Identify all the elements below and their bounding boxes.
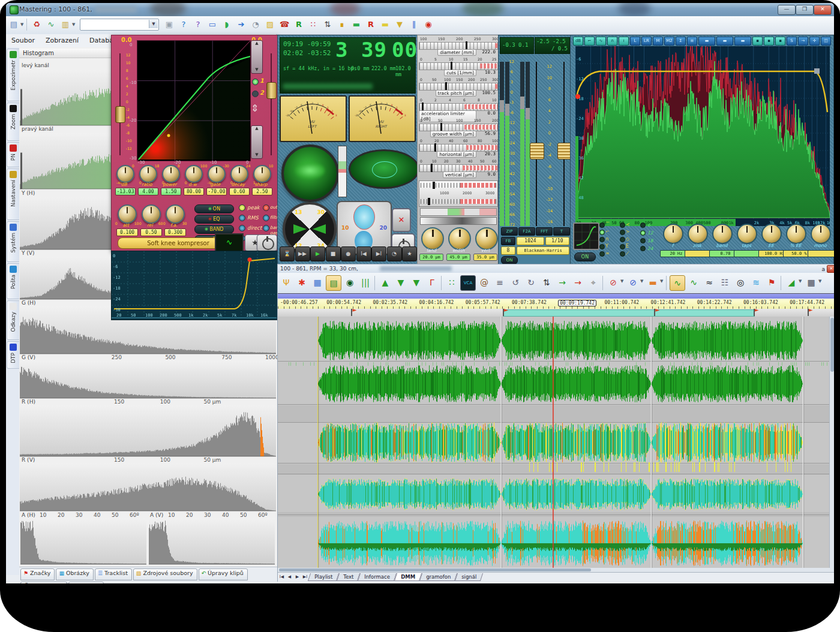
fir-filter-curve[interactable] — [112, 251, 277, 318]
knob-dB[interactable] — [116, 165, 134, 183]
tab-tracklist[interactable]: ☰Tracklist — [95, 568, 132, 580]
record-red-icon[interactable]: R — [364, 18, 377, 31]
slope-led[interactable] — [599, 222, 605, 228]
spectrum-button-4[interactable]: ≀ — [619, 37, 629, 46]
spectrum-button-11[interactable]: ▬ — [698, 37, 715, 46]
slope-led[interactable] — [640, 230, 646, 236]
tab-playlist[interactable]: Playlist — [308, 573, 339, 581]
marker-flag[interactable] — [352, 309, 356, 314]
spectrum-button-6[interactable]: LR — [641, 37, 652, 46]
screen-icon[interactable]: ▭ — [206, 18, 219, 31]
cutter-knob-width[interactable] — [448, 227, 471, 250]
cutter-knob-vert[interactable] — [475, 227, 498, 250]
spectrum-button-16[interactable]: ▪ — [775, 37, 785, 46]
gauge-button[interactable]: ◔ — [387, 246, 402, 261]
slope-led[interactable] — [620, 230, 625, 235]
save-icon[interactable]: ▦ — [310, 275, 325, 290]
phone-icon[interactable]: ☎ — [278, 18, 291, 31]
tab-signl[interactable]: signál — [455, 573, 483, 581]
marker-post[interactable] — [351, 309, 352, 316]
marker-post[interactable] — [503, 309, 504, 316]
cutter-knob-land[interactable] — [421, 227, 444, 250]
prev-button[interactable]: Ι◀ — [356, 246, 371, 261]
slope-led[interactable] — [620, 237, 625, 242]
comment-icon[interactable]: ◗ — [220, 18, 233, 31]
sidebar-tab-pn[interactable]: PN — [7, 142, 20, 167]
turntable-icon[interactable]: ◎ — [733, 275, 748, 290]
spectrum-knob-taps[interactable] — [737, 224, 757, 244]
burst-icon[interactable]: ✱ — [295, 275, 309, 290]
stop-button[interactable]: ■ — [326, 246, 341, 261]
spectrum-button-14[interactable]: ▪ — [752, 37, 763, 46]
tab-znaky[interactable]: ⚑Značky — [20, 568, 55, 580]
knob-gate[interactable] — [208, 165, 226, 183]
slope-led[interactable] — [640, 246, 646, 251]
tab-historie[interactable]: ◔Historie — [68, 582, 104, 583]
spectrum-knob-zisk[interactable] — [688, 224, 708, 244]
mode-button-band[interactable]: BAND — [194, 225, 234, 234]
chevron-down-icon[interactable]: ▼ — [818, 273, 823, 290]
next-button[interactable]: ▶Ι — [371, 246, 386, 261]
slider-handle[interactable] — [422, 103, 424, 111]
tab-obrzky[interactable]: ▦Obrázky — [56, 568, 94, 580]
slope-led[interactable] — [599, 244, 605, 249]
spectrum-button-3[interactable]: ∩ — [607, 37, 617, 46]
marker-flag[interactable] — [809, 309, 813, 314]
wifi-icon[interactable]: ≋ — [749, 275, 763, 290]
sidebar-tab-expozimetr[interactable]: Expozimetr — [7, 49, 20, 101]
tab-nav-2[interactable]: ▶ — [293, 573, 301, 581]
spectrum-display[interactable] — [575, 46, 830, 226]
chevron-down-icon[interactable]: ▼ — [20, 16, 25, 33]
mute-blue-icon[interactable]: ⊘ — [626, 275, 640, 290]
tab-histogram[interactable]: ▟Histogram — [20, 582, 67, 583]
redo-icon[interactable]: ↻ — [524, 275, 538, 290]
slider-handle[interactable] — [466, 41, 467, 50]
record-button[interactable]: ● — [341, 246, 356, 261]
tab-dmm[interactable]: DMM — [394, 573, 422, 581]
spectrum-button-17[interactable]: S — [787, 37, 797, 46]
move-down2-icon[interactable]: ▼ — [409, 275, 424, 290]
output-fader-0[interactable] — [530, 143, 544, 159]
star-button[interactable]: ★ — [402, 246, 417, 261]
sidebar-tab-systm[interactable]: Systém — [7, 221, 20, 262]
levels-icon[interactable]: ‖ — [407, 18, 421, 31]
comp-updown-icon[interactable]: ⇕ — [251, 103, 259, 114]
knob-decay[interactable] — [230, 165, 248, 183]
wave-dark-icon[interactable]: ≈ — [702, 275, 716, 290]
record-green-icon[interactable]: R — [292, 18, 305, 31]
spectrum-button-15[interactable]: ▪ — [764, 37, 774, 46]
help-icon[interactable]: ? — [177, 18, 190, 31]
mode-button-eq[interactable]: EQ — [194, 215, 234, 224]
y-adapter-icon[interactable]: Ψ — [279, 275, 293, 290]
marker-post[interactable] — [754, 309, 755, 316]
fader-handle[interactable] — [266, 82, 277, 99]
tab-nav-0[interactable]: Ι◀ — [278, 573, 286, 581]
slope-led[interactable] — [620, 244, 625, 249]
print-icon[interactable]: ▣ — [163, 18, 176, 31]
refresh-icon[interactable]: ♻ — [30, 18, 43, 31]
tab-gramofon[interactable]: gramofon — [419, 573, 457, 581]
insert-up-icon[interactable]: ▲ — [378, 275, 392, 290]
minimize-button[interactable]: — — [778, 5, 796, 15]
spectrum-button-12[interactable]: ▬ — [716, 37, 733, 46]
steps-red-icon[interactable]: → — [571, 275, 585, 290]
chevron-down-icon[interactable]: ▼ — [620, 273, 625, 290]
spectrum-button-7[interactable]: M — [653, 37, 663, 46]
spectrum-knob-mono[interactable] — [811, 224, 831, 244]
knob-sharp[interactable] — [253, 165, 271, 183]
spectrum-button-9[interactable]: Σ — [676, 37, 686, 46]
spectrum-button-13[interactable]: ▬ — [734, 37, 751, 46]
clock-icon[interactable]: ◔ — [249, 18, 262, 31]
step-icon[interactable]: Γ — [425, 275, 439, 290]
marker-flag[interactable] — [755, 309, 759, 314]
knob-ratio[interactable] — [139, 165, 157, 183]
dash-icon[interactable]: ▬ — [379, 18, 392, 31]
slope-led[interactable] — [599, 237, 605, 242]
tab-nav-1[interactable]: ◀ — [286, 573, 293, 581]
spectrum-on-button[interactable]: ON — [574, 252, 596, 261]
wait-button[interactable]: ⌛ — [280, 246, 295, 261]
marker-strip[interactable] — [278, 309, 834, 317]
knob-d-w[interactable] — [185, 165, 203, 183]
dmm-close-button[interactable]: ✕ — [827, 265, 834, 273]
vca-icon[interactable]: VCA — [460, 275, 476, 291]
